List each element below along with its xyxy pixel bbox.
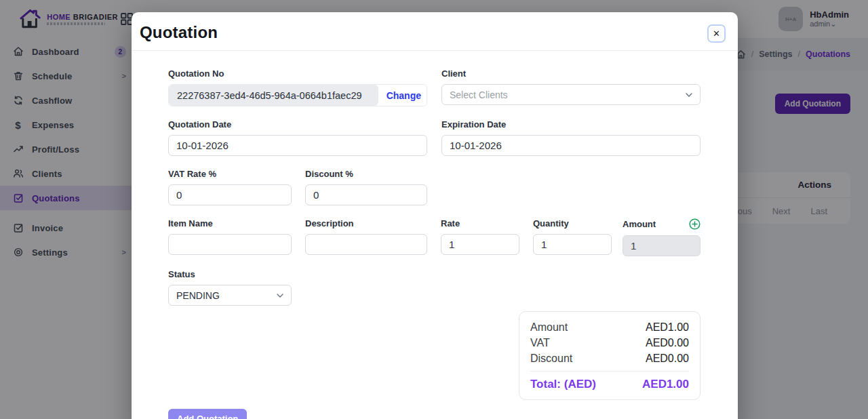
summary-amount-row: Amount AED1.00 (530, 319, 689, 335)
vat-rate-label: VAT Rate % (168, 169, 292, 179)
summary-total-row: Total: (AED) AED1.00 (530, 371, 689, 391)
amount-label: Amount (623, 219, 656, 229)
quotation-modal: Quotation ✕ Quotation No 22276387-3ed4-4… (132, 12, 738, 419)
totals-summary: Amount AED1.00 VAT AED0.00 Discount AED0… (519, 311, 701, 400)
client-label: Client (441, 68, 701, 79)
summary-vat-row: VAT AED0.00 (530, 335, 689, 351)
rate-label: Rate (441, 218, 519, 228)
amount-input (623, 235, 701, 256)
summary-discount-row: Discount AED0.00 (530, 351, 689, 366)
discount-input[interactable] (305, 184, 427, 205)
description-input[interactable] (305, 234, 427, 255)
add-item-plus-icon[interactable] (689, 218, 701, 230)
quotation-date-label: Quotation Date (168, 119, 427, 129)
quantity-input[interactable] (533, 234, 612, 255)
quotation-no-value: 22276387-3ed4-46d5-964a-0664b1faec29 (169, 85, 378, 106)
modal-add-quotation-button[interactable]: Add Quotation (168, 409, 247, 419)
vat-rate-input[interactable] (168, 184, 292, 205)
item-name-input[interactable] (168, 234, 292, 255)
rate-input[interactable] (441, 234, 519, 255)
quotation-date-input[interactable] (168, 135, 427, 156)
modal-title: Quotation (140, 23, 724, 42)
description-label: Description (305, 218, 427, 228)
quotation-no-label: Quotation No (168, 68, 427, 79)
chevron-down-icon (277, 294, 283, 298)
expiration-date-label: Expiration Date (441, 119, 701, 129)
expiration-date-input[interactable] (441, 135, 701, 156)
status-label: Status (168, 269, 292, 279)
change-quotation-no-button[interactable]: Change (378, 85, 427, 106)
client-select[interactable]: Select Clients (441, 84, 701, 105)
close-icon[interactable]: ✕ (707, 24, 726, 43)
quantity-label: Quantity (533, 218, 612, 228)
status-select[interactable]: PENDING (168, 285, 292, 306)
discount-label: Discount % (305, 169, 427, 179)
quotation-no-group: 22276387-3ed4-46d5-964a-0664b1faec29 Cha… (168, 84, 427, 106)
item-name-label: Item Name (168, 218, 292, 228)
chevron-down-icon (686, 93, 692, 97)
